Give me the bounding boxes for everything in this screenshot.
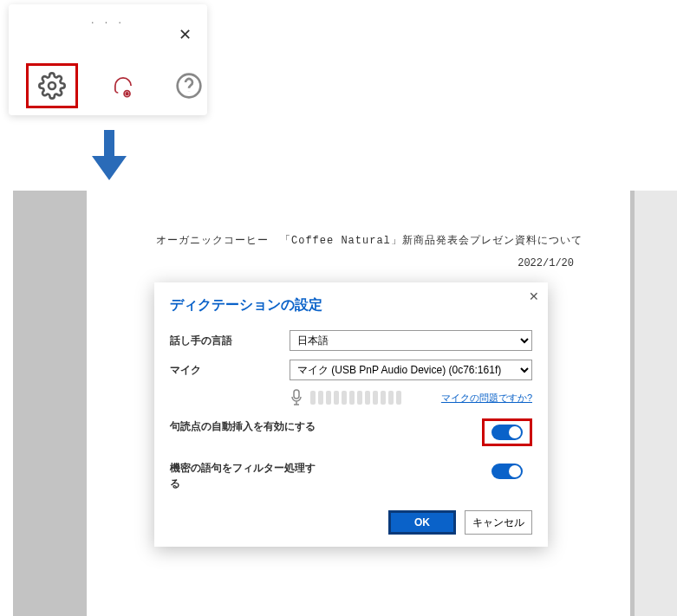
doc-date: 2022/1/20 [156,255,583,274]
cancel-button[interactable]: キャンセル [465,510,532,535]
filter-toggle[interactable] [491,464,523,479]
svg-point-2 [126,93,128,95]
microphone-icon [290,389,303,406]
dialog-title: ディクテーションの設定 [170,296,532,314]
gear-icon [38,72,66,100]
mic-label: マイク [170,363,290,378]
svg-point-0 [49,82,55,89]
mic-troubleshoot-link[interactable]: マイクの問題ですか? [441,392,532,405]
dictation-toolbar: · · · ✕ [9,4,207,115]
voice-help-button[interactable] [102,65,144,107]
arrow-down-icon [88,130,130,182]
settings-button[interactable] [26,63,78,108]
close-icon[interactable]: ✕ [179,25,192,44]
headset-icon [111,72,135,100]
language-select[interactable]: 日本語 [290,330,532,351]
ok-button[interactable]: OK [388,510,456,535]
mic-select[interactable]: マイク (USB PnP Audio Device) (0c76:161f) [290,360,532,380]
auto-punct-toggle[interactable] [491,425,523,440]
doc-title: オーガニックコーヒー 「Coffee Natural」新商品発表会プレゼン資料に… [156,232,583,251]
auto-punct-label: 句読点の自動挿入を有効にする [170,418,317,434]
svg-rect-5 [294,390,299,399]
language-label: 話し手の言語 [170,334,290,348]
drag-handle-icon[interactable]: · · · [91,15,125,29]
dictation-settings-dialog: ✕ ディクテーションの設定 話し手の言語 日本語 マイク マイク (USB Pn… [154,282,548,547]
filter-label: 機密の語句をフィルター処理する [170,460,317,491]
close-icon[interactable]: ✕ [529,289,539,303]
highlight-box [482,418,532,446]
help-icon [175,72,203,100]
mic-level-meter [310,391,434,405]
help-button[interactable] [168,65,210,107]
